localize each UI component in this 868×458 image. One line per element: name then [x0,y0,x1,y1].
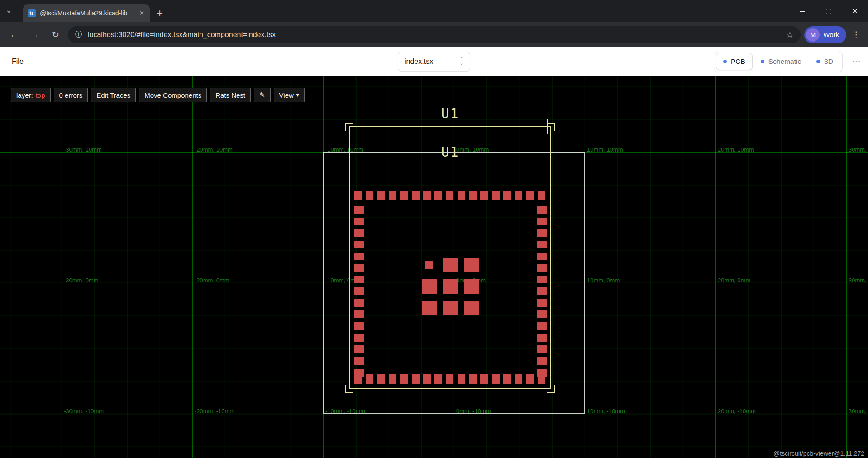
reload-icon[interactable]: ↻ [47,26,64,43]
bookmark-star-icon[interactable]: ☆ [786,30,793,40]
smd-pad[interactable] [354,369,364,377]
smd-pad[interactable] [354,310,364,318]
minimize-button[interactable] [789,0,816,22]
smd-pad[interactable] [422,279,437,294]
smd-pad[interactable] [526,191,534,200]
forward-icon[interactable]: → [26,26,43,43]
smd-pad[interactable] [400,374,408,384]
file-select[interactable]: index.tsx ⌃⌄ [398,52,470,72]
smd-pad[interactable] [537,264,547,272]
smd-pad[interactable] [354,334,364,342]
smd-pad[interactable] [443,301,458,315]
move-components-button[interactable]: Move Components [139,88,207,102]
smd-pad[interactable] [446,374,453,384]
smd-pad[interactable] [537,310,547,318]
smd-pad[interactable] [464,279,479,294]
smd-pad[interactable] [492,191,500,200]
smd-pad[interactable] [446,191,453,200]
tab-close-icon[interactable]: ✕ [138,10,145,17]
smd-pad[interactable] [354,241,364,248]
smd-pad[interactable] [503,374,511,384]
smd-pad[interactable] [537,276,547,283]
smd-pad[interactable] [515,191,522,200]
smd-pad[interactable] [537,218,547,225]
smd-pad[interactable] [480,191,488,200]
errors-button[interactable]: 0 errors [54,88,88,102]
close-window-button[interactable]: ✕ [842,0,868,22]
smd-pad[interactable] [464,258,479,272]
view-dropdown-button[interactable]: View ▾ [274,88,305,102]
smd-pad[interactable] [503,191,511,200]
smd-pad[interactable] [354,357,364,365]
url-text[interactable]: localhost:3020/#file=index.tsx&main_comp… [88,31,781,39]
maximize-button[interactable] [816,0,842,22]
tab-schematic[interactable]: Schematic [754,53,808,70]
smd-pad[interactable] [537,334,547,342]
smd-pad[interactable] [480,374,488,384]
smd-pad[interactable] [434,191,442,200]
smd-pad[interactable] [354,218,364,225]
browser-tab[interactable]: ts @tsci/MustafaMulla29.kicad-lib ✕ [23,4,150,22]
smd-pad[interactable] [434,374,442,384]
url-bar[interactable]: ⓘ localhost:3020/#file=index.tsx&main_co… [68,26,801,43]
smd-pad[interactable] [537,299,547,307]
smd-pad[interactable] [538,191,545,200]
smd-pad[interactable] [366,374,373,384]
smd-pad[interactable] [458,191,465,200]
smd-pad[interactable] [354,345,364,353]
layer-selector-button[interactable]: layer: top [11,88,51,102]
profile-chip[interactable]: M Work [804,26,846,43]
smd-pad[interactable] [354,264,364,272]
tab-pcb[interactable]: PCB [716,53,753,70]
smd-pad[interactable] [354,253,364,260]
smd-pad[interactable] [537,322,547,330]
tab-3d[interactable]: 3D [809,53,840,70]
smd-pad[interactable] [425,261,433,269]
pcb-canvas[interactable]: -30mm, 10mm-20mm, 10mm-10mm, 10mm0mm, 10… [0,76,868,458]
smd-pad[interactable] [492,374,500,384]
smd-pad[interactable] [469,191,477,200]
smd-pad[interactable] [389,191,396,200]
tab-search-chevron-icon[interactable]: ⌄ [5,5,12,15]
file-menu[interactable]: File [12,57,24,66]
smd-pad[interactable] [537,369,547,377]
smd-pad[interactable] [354,299,364,307]
smd-pad[interactable] [354,322,364,330]
smd-pad[interactable] [515,374,522,384]
smd-pad[interactable] [458,374,465,384]
smd-pad[interactable] [366,191,373,200]
smd-pad[interactable] [354,276,364,283]
edit-traces-button[interactable]: Edit Traces [91,88,136,102]
smd-pad[interactable] [354,287,364,295]
smd-pad[interactable] [537,287,547,295]
smd-pad[interactable] [389,374,396,384]
smd-pad[interactable] [537,229,547,237]
site-info-icon[interactable]: ⓘ [75,30,82,39]
smd-pad[interactable] [469,374,477,384]
smd-pad[interactable] [423,191,431,200]
smd-pad[interactable] [537,206,547,214]
smd-pad[interactable] [537,345,547,353]
pencil-icon[interactable]: ✎ [254,88,271,102]
smd-pad[interactable] [423,374,431,384]
smd-pad[interactable] [400,191,408,200]
smd-pad[interactable] [377,374,385,384]
smd-pad[interactable] [537,241,547,248]
smd-pad[interactable] [422,301,437,315]
rats-nest-button[interactable]: Rats Nest [210,88,251,102]
browser-menu-icon[interactable]: ⋮ [850,29,863,40]
smd-pad[interactable] [443,279,458,294]
smd-pad[interactable] [354,229,364,237]
smd-pad[interactable] [354,191,362,200]
smd-pad[interactable] [412,191,420,200]
smd-pad[interactable] [537,253,547,260]
smd-pad[interactable] [537,357,547,365]
back-icon[interactable]: ← [5,26,23,43]
smd-pad[interactable] [412,374,420,384]
smd-pad[interactable] [526,374,534,384]
new-tab-button[interactable]: + [157,7,163,19]
smd-pad[interactable] [443,258,458,272]
smd-pad[interactable] [377,191,385,200]
smd-pad[interactable] [464,301,479,315]
more-options-icon[interactable]: ⋯ [852,56,861,67]
